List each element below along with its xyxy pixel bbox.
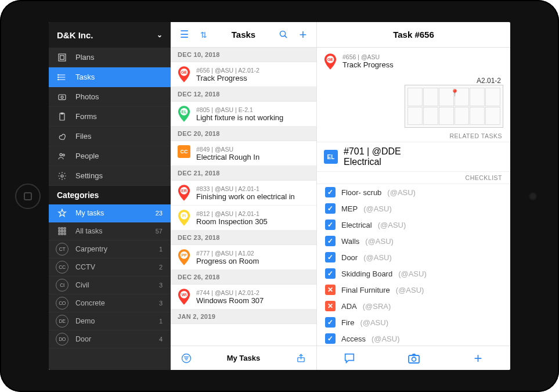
task-pin-icon: CC xyxy=(178,145,190,161)
chevron-down-icon: ⌄ xyxy=(157,31,163,39)
task-pin-icon: ER xyxy=(178,185,190,201)
checklist-item[interactable]: ✓Fire (@ASU) xyxy=(317,314,510,330)
category-label: Demo xyxy=(75,317,95,325)
task-row[interactable]: EL#805 | @ASU | E-2.1Light fixture is no… xyxy=(171,102,316,127)
task-row[interactable]: CC#849 | @ASUElectrical Rough In xyxy=(171,141,316,166)
checklist-item[interactable]: ✓Floor- scrub (@ASU) xyxy=(317,184,510,200)
checklist-label: Electrical xyxy=(341,221,372,229)
checklist-label: Walls xyxy=(341,237,359,246)
category-item[interactable]: DEDemo1 xyxy=(49,312,171,330)
date-group-header: JAN 2, 2019 xyxy=(171,310,316,324)
related-task-row[interactable]: EL#701 | @DDEElectrical xyxy=(317,142,510,172)
checkbox-x-icon[interactable]: ✕ xyxy=(325,285,336,295)
checklist-assignee: (@ASU) xyxy=(396,286,424,294)
category-item[interactable]: CCCCTV2 xyxy=(49,258,171,276)
checklist-item[interactable]: ✓Electrical (@ASU) xyxy=(317,217,510,233)
checkbox-checked-icon[interactable]: ✓ xyxy=(325,333,336,344)
nav-item-photos[interactable]: Photos xyxy=(49,87,171,107)
checkbox-checked-icon[interactable]: ✓ xyxy=(325,317,336,328)
task-row[interactable]: GE#656 | @ASU | A2.01-2Track Progress xyxy=(171,62,316,87)
nav-item-tasks[interactable]: Tasks xyxy=(49,67,171,87)
nav-label: Photos xyxy=(75,92,99,101)
checkbox-checked-icon[interactable]: ✓ xyxy=(325,236,336,246)
category-count: 3 xyxy=(159,282,163,289)
camera-icon[interactable] xyxy=(406,351,421,366)
svg-rect-22 xyxy=(62,233,63,235)
forms-icon xyxy=(57,112,67,121)
checkbox-checked-icon[interactable]: ✓ xyxy=(325,252,336,262)
svg-rect-8 xyxy=(59,95,66,100)
home-button[interactable] xyxy=(15,184,41,209)
nav-label: Forms xyxy=(75,112,97,121)
task-meta: #777 | @ASU | A1.02 xyxy=(196,250,259,257)
add-item-button[interactable]: + xyxy=(471,351,486,366)
date-group-header: DEC 12, 2018 xyxy=(171,87,316,102)
related-task-meta: #701 | @DDE xyxy=(344,146,401,157)
task-row[interactable]: ER#833 | @ASU | A2.01-1Finishing work on… xyxy=(171,181,316,206)
checklist-item[interactable]: ✕Final Furniture (@ASU) xyxy=(317,282,510,298)
date-group-header: DEC 21, 2018 xyxy=(171,166,316,181)
share-icon[interactable] xyxy=(293,351,308,366)
checklist-heading: CHECKLIST xyxy=(317,172,510,184)
task-row[interactable]: WI#744 | @ASU | A2.01-2Windows Room 307 xyxy=(171,285,316,310)
add-task-button[interactable]: + xyxy=(295,27,311,42)
task-row[interactable]: FI#812 | @ASU | A2.01-1Room Inspection 3… xyxy=(171,206,316,231)
checklist-item[interactable]: ✓Access (@ASU) xyxy=(317,330,510,346)
plan-label: A2.01-2 xyxy=(324,77,503,85)
sort-icon[interactable]: ⇅ xyxy=(196,27,211,42)
category-item[interactable]: COConcrete3 xyxy=(49,294,171,312)
svg-rect-45 xyxy=(409,355,419,363)
task-name: Room Inspection 305 xyxy=(196,217,268,226)
category-item[interactable]: CICivil3 xyxy=(49,276,171,294)
search-icon[interactable] xyxy=(276,27,291,42)
nav-item-people[interactable]: People xyxy=(49,146,171,166)
task-detail-meta: #656 | @ASU xyxy=(342,53,394,60)
svg-text:PP: PP xyxy=(181,253,187,257)
nav-item-plans[interactable]: Plans xyxy=(49,48,171,67)
svg-point-6 xyxy=(58,77,59,77)
category-item[interactable]: All tasks57 xyxy=(49,222,171,240)
checklist-label: Final Furniture xyxy=(341,286,390,294)
checkbox-checked-icon[interactable]: ✓ xyxy=(325,203,336,214)
category-code-icon: CI xyxy=(56,279,68,292)
plan-pin-marker: 📍 xyxy=(450,89,459,97)
svg-text:GE: GE xyxy=(327,57,333,62)
settings-icon xyxy=(57,171,67,181)
category-item[interactable]: My tasks23 xyxy=(49,204,171,222)
category-code-icon: DE xyxy=(56,315,68,328)
checkbox-checked-icon[interactable]: ✓ xyxy=(325,268,336,279)
category-count: 1 xyxy=(159,318,163,325)
comment-icon[interactable] xyxy=(342,351,357,366)
category-count: 3 xyxy=(159,300,163,307)
checklist-item[interactable]: ✓Walls (@ASU) xyxy=(317,233,510,249)
svg-point-9 xyxy=(61,96,63,98)
category-item[interactable]: DODoor4 xyxy=(49,330,171,348)
nav-item-files[interactable]: Files xyxy=(49,127,171,146)
nav-label: Plans xyxy=(75,53,95,62)
tablet-frame: D&K Inc. ⌄ PlansTasksPhotosFormsFilesPeo… xyxy=(0,0,559,392)
photos-icon xyxy=(57,92,67,102)
checklist-assignee: (@ASU) xyxy=(363,204,392,213)
checklist-item[interactable]: ✕ADA (@SRA) xyxy=(317,298,510,314)
checkbox-x-icon[interactable]: ✕ xyxy=(325,301,336,311)
svg-point-46 xyxy=(412,357,416,361)
category-label: All tasks xyxy=(75,227,103,235)
app-screen: D&K Inc. ⌄ PlansTasksPhotosFormsFilesPeo… xyxy=(49,22,510,370)
checklist-item[interactable]: ✓Skidding Board (@ASU) xyxy=(317,265,510,282)
checklist-item[interactable]: ✓MEP (@ASU) xyxy=(317,200,510,217)
plan-preview[interactable]: A2.01-2 📍 xyxy=(324,77,503,128)
filter-icon[interactable] xyxy=(179,351,194,366)
nav-item-settings[interactable]: Settings xyxy=(49,166,171,186)
task-detail-head: GE #656 | @ASU Track Progress xyxy=(317,48,510,75)
checkbox-checked-icon[interactable]: ✓ xyxy=(325,220,336,230)
menu-icon[interactable]: ☰ xyxy=(176,27,192,42)
checkbox-checked-icon[interactable]: ✓ xyxy=(325,187,336,197)
plan-thumbnail[interactable]: 📍 xyxy=(405,85,503,128)
company-selector[interactable]: D&K Inc. ⌄ xyxy=(49,22,171,48)
category-code-icon: CO xyxy=(56,297,68,310)
checklist-item[interactable]: ✓Door (@ASU) xyxy=(317,249,510,265)
category-item[interactable]: CTCarpentry1 xyxy=(49,240,171,258)
task-row[interactable]: PP#777 | @ASU | A1.02Progress on Room xyxy=(171,245,316,270)
task-list-footer-label[interactable]: My Tasks xyxy=(194,354,293,362)
nav-item-forms[interactable]: Forms xyxy=(49,107,171,127)
